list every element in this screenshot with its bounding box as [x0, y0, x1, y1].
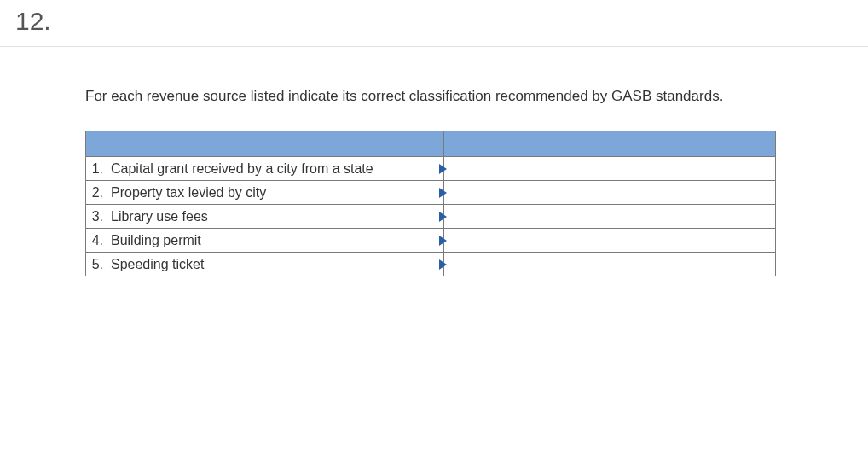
answer-dropdown[interactable] [443, 253, 775, 276]
content-area: For each revenue source listed indicate … [0, 47, 868, 276]
dropdown-arrow-icon [439, 212, 447, 222]
row-description: Speeding ticket [107, 253, 443, 276]
table-row: 2. Property tax levied by city [86, 181, 776, 205]
answer-dropdown[interactable] [443, 157, 775, 181]
question-header: 12. [0, 0, 868, 47]
dropdown-arrow-icon [439, 164, 447, 174]
table-header-row [86, 131, 776, 157]
row-description: Library use fees [107, 205, 443, 229]
row-number: 3. [86, 205, 107, 229]
answer-dropdown[interactable] [443, 205, 775, 229]
table-row: 3. Library use fees [86, 205, 776, 229]
row-description: Building permit [107, 229, 443, 253]
dropdown-arrow-icon [439, 259, 447, 270]
classification-table: 1. Capital grant received by a city from… [85, 131, 776, 276]
header-cell-desc [107, 131, 443, 157]
row-description: Property tax levied by city [107, 181, 443, 205]
row-number: 1. [86, 157, 107, 181]
answer-dropdown[interactable] [443, 181, 775, 205]
question-number: 12. [15, 7, 51, 35]
table-row: 1. Capital grant received by a city from… [86, 157, 776, 181]
table-row: 4. Building permit [86, 229, 776, 253]
row-number: 4. [86, 229, 107, 253]
instruction-text: For each revenue source listed indicate … [85, 88, 783, 105]
header-cell-answer [443, 131, 775, 157]
header-cell-num [86, 131, 107, 157]
answer-dropdown[interactable] [443, 229, 775, 253]
row-number: 2. [86, 181, 107, 205]
table-row: 5. Speeding ticket [86, 253, 776, 276]
row-number: 5. [86, 253, 107, 276]
dropdown-arrow-icon [439, 188, 447, 198]
dropdown-arrow-icon [439, 236, 447, 246]
row-description: Capital grant received by a city from a … [107, 157, 443, 181]
